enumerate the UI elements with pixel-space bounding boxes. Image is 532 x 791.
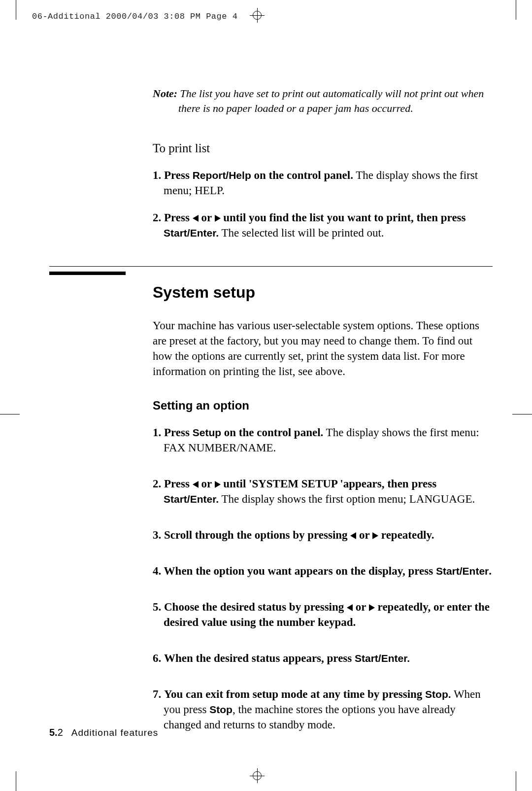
step-text: You can exit from setup mode at any time… [164,688,425,700]
step-text: . [489,565,492,577]
right-arrow-icon [369,604,375,611]
step-text: When the desired status appears, press [164,652,355,664]
step-text: repeatedly. [378,529,434,541]
list-item: 1. Press Report/Help on the control pane… [153,168,493,198]
left-arrow-icon [350,532,356,539]
print-header: 06-Additional 2000/04/03 3:08 PM Page 4 [32,11,237,23]
footer-title: Additional features [71,727,158,738]
step-lead: Press [164,169,193,181]
right-arrow-icon [372,532,378,539]
list-item: 2. Press or until you find the list you … [153,210,493,241]
step-number: 7. [153,688,161,700]
crop-mark [516,771,516,791]
left-arrow-icon [347,604,353,611]
note-text: The list you have set to print out autom… [180,87,484,100]
crop-mark [16,0,16,20]
to-print-title: To print list [153,140,493,157]
crop-mark [0,414,20,414]
right-arrow-icon [215,215,221,222]
note-block: Note: The list you have set to print out… [153,86,493,115]
button-name: Setup [193,427,221,438]
chapter-number: 5. [49,727,58,738]
button-name: Report/Help [193,170,251,181]
registration-mark-icon [257,768,258,783]
page-footer: 5.2 Additional features [49,726,158,739]
step-number: 5. [153,601,161,613]
step-number: 2. [153,478,161,490]
crop-mark [516,0,516,20]
step-text: Scroll through the options by pressing [164,529,350,541]
left-arrow-icon [193,215,199,222]
right-arrow-icon [215,481,221,488]
list-item: 4. When the option you want appears on t… [153,563,493,579]
button-name: Start/Enter [436,565,489,577]
step-text: or [199,478,215,490]
step-text: on the control panel. [221,426,323,439]
list-item: 7. You can exit from setup mode at any t… [153,687,493,732]
page-number: 2 [58,727,63,738]
step-text: Press [161,426,192,439]
subheading: Setting an option [153,398,493,413]
step-number: 2. [153,211,161,224]
step-text: or [353,601,369,613]
step-number: 4. [153,565,161,577]
step-text: until 'SYSTEM SETUP 'appears, then press [221,478,437,490]
button-name: Stop [209,704,233,715]
step-number: 3. [153,529,161,541]
list-item: 2. Press or until 'SYSTEM SETUP 'appears… [153,476,493,507]
step-text: Press [161,478,192,490]
step-text: on the control panel. [251,169,353,181]
step-text: or [356,529,372,541]
step-text: The display shows the first option menu;… [219,493,475,505]
step-number: 1. [153,426,161,439]
step-text: When the option you want appears on the … [161,565,436,577]
crop-mark [512,414,532,414]
note-text: there is no paper loaded or a paper jam … [153,101,493,116]
step-text: or [199,211,215,224]
left-arrow-icon [193,481,199,488]
section-rule [49,266,493,267]
list-item: 6. When the desired status appears, pres… [153,651,493,666]
button-name: Stop. [425,688,451,700]
section-heading: System setup [153,282,493,303]
registration-mark-icon [257,8,258,23]
step-text: until you find the list you want to prin… [221,211,466,224]
note-label: Note: [153,87,177,100]
button-name: Start/Enter. [164,493,219,505]
button-name: Start/Enter. [164,227,219,239]
list-item: 5. Choose the desired status by pressing… [153,599,493,630]
body-paragraph: Your machine has various user-selectable… [153,318,493,379]
step-lead: Press [164,211,193,224]
step-text: Choose the desired status by pressing [161,601,347,613]
crop-mark [16,771,16,791]
list-item: 3. Scroll through the options by pressin… [153,527,493,543]
button-name: Start/Enter. [355,653,410,664]
list-item: 1. Press Setup on the control panel. The… [153,425,493,455]
step-text: The selected list will be printed out. [219,227,384,239]
step-number: 1. [153,169,161,181]
step-number: 6. [153,652,161,664]
